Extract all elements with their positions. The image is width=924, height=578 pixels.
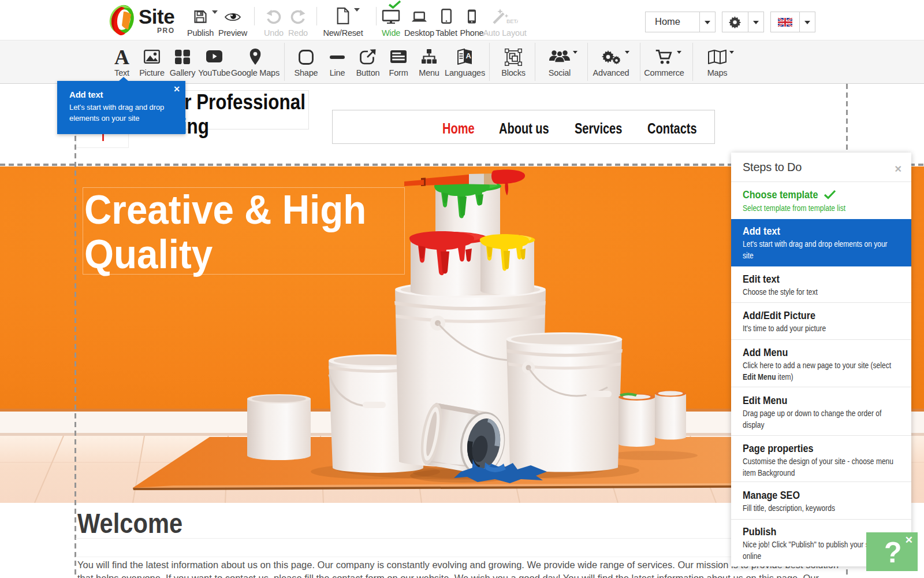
svg-text:A: A — [466, 51, 472, 60]
svg-text:BETA: BETA — [506, 18, 518, 24]
